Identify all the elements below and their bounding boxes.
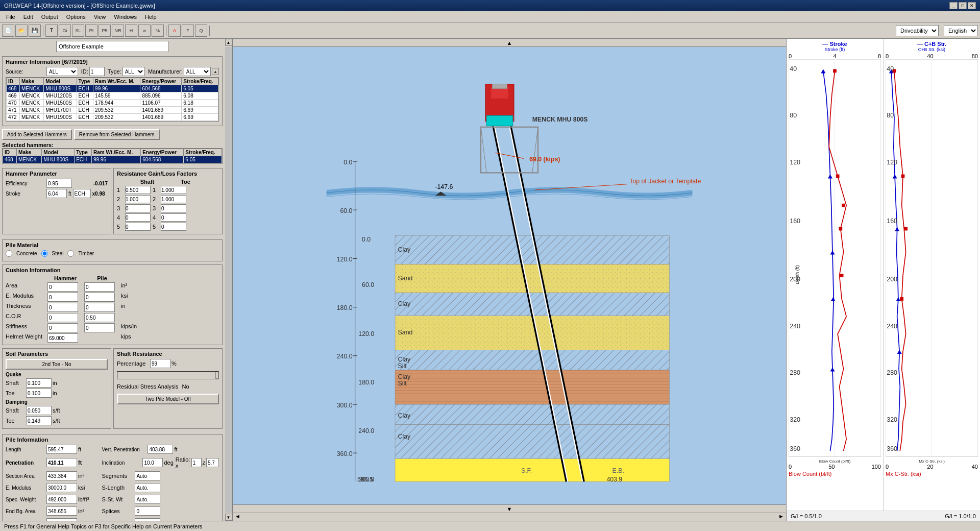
scroll-down-btn[interactable]: ▼ [225,514,232,521]
end-bg-input[interactable] [46,506,77,516]
viz-scroll-up[interactable]: ▲ [233,39,786,47]
shaft-input-2[interactable] [125,195,151,203]
maximize-btn[interactable]: □ [959,2,967,9]
perim-input[interactable] [46,518,77,521]
shaft-input-5[interactable] [125,223,151,231]
menu-windows[interactable]: Windows [110,13,141,21]
remove-from-selected-btn[interactable]: Remove from Selected Hammers [74,129,160,140]
menu-help[interactable]: Help [141,13,161,21]
slength-input[interactable] [135,483,160,492]
quake-shaft-input[interactable] [26,378,52,388]
menu-file[interactable]: File [2,13,19,21]
damp-toe-input[interactable] [26,416,52,425]
scroll-right-btn[interactable]: ► [778,513,784,521]
penetration-input[interactable] [46,458,77,467]
f-btn[interactable]: F [182,25,194,37]
toe-input-4[interactable] [161,213,186,222]
length-input[interactable] [46,445,77,454]
source-select[interactable]: ALL [46,67,78,76]
add-to-selected-btn[interactable]: Add to Selected Hammers [2,129,72,140]
q-btn[interactable]: Q [195,25,207,37]
stiff-pile-input[interactable] [84,323,115,332]
a-btn[interactable]: A [168,25,181,37]
toe-input-1[interactable] [161,186,186,194]
toe-input-3[interactable] [161,204,186,212]
incl-input[interactable] [142,458,163,467]
stroke-input[interactable] [46,189,67,198]
emod-pile-val-input[interactable] [46,483,77,492]
emod-pile-input[interactable] [84,293,115,302]
id-input[interactable] [89,67,105,76]
sst-wt-input[interactable] [135,495,160,504]
thick-pile-input[interactable] [84,303,115,312]
shaft-input-1[interactable] [125,186,151,194]
menu-view[interactable]: View [90,13,110,21]
steel-radio[interactable] [41,250,48,257]
save-btn[interactable]: 💾 [29,25,41,37]
concrete-radio[interactable] [6,250,12,257]
area-pile-input[interactable] [84,282,115,292]
stiff-hammer-input[interactable] [47,323,78,332]
thick-hammer-input[interactable] [47,303,78,312]
viz-scroll-down[interactable]: ▼ [233,504,786,513]
timber-radio[interactable] [67,250,74,257]
menu-output[interactable]: Output [37,13,62,21]
project-title-input[interactable] [56,41,168,52]
toe-input-2[interactable] [161,195,186,203]
table-row[interactable]: 469MENCKMHU1200SECH145.59885.0966.08 [7,92,218,100]
menu-options[interactable]: Options [62,13,90,21]
spec-wt-input[interactable] [46,495,77,504]
shaft-slider[interactable] [117,371,219,379]
gi-btn[interactable]: Gi [59,25,71,37]
cor-hammer-input[interactable] [47,313,78,322]
shaft-input-3[interactable] [125,204,151,212]
two-pile-btn[interactable]: Two Pile Model - Off [117,394,219,404]
second-toe-btn[interactable]: 2nd Toe - No [6,359,108,370]
quake-toe-input[interactable] [26,389,52,398]
segments-input[interactable] [135,471,160,480]
emod-hammer-input[interactable] [47,293,78,302]
h-btn[interactable]: H [125,25,137,37]
scroll-left-btn[interactable]: ◄ [235,513,240,521]
efficiency-input[interactable] [46,179,72,188]
open-btn[interactable]: 📂 [15,25,28,37]
helmet-input[interactable] [47,333,78,343]
vert-pen-input[interactable] [148,445,173,454]
damp-shaft-input[interactable] [26,406,52,415]
close-btn[interactable]: ✕ [968,2,976,9]
left-scrollbar[interactable]: ▲ ▼ [225,39,233,521]
menu-edit[interactable]: Edit [19,13,37,21]
shaft-input-4[interactable] [125,213,151,222]
t-btn[interactable]: T [45,25,58,37]
sl-btn[interactable]: SL [72,25,84,37]
manufacturer-select[interactable]: ALL [184,67,211,76]
ratio-z-input[interactable] [206,458,219,467]
ratio-x-input[interactable] [191,458,202,467]
type-select[interactable]: ALL [122,67,145,76]
splices-input[interactable] [135,506,160,516]
language-dropdown[interactable]: English [944,25,978,36]
percent-btn[interactable]: % [152,25,164,37]
hammer-scroll-up[interactable]: ▲ [212,68,219,75]
nr-btn[interactable]: NR [112,25,124,37]
p5-btn[interactable]: P5 [99,25,111,37]
window-controls[interactable]: _ □ ✕ [949,2,976,9]
pi-btn[interactable]: PI [85,25,97,37]
toe-input-5[interactable] [161,223,186,231]
shaft-pct-input[interactable] [150,359,170,368]
table-row[interactable]: 470MENCKMHU1500SECH178.9441106.076.18 [7,100,218,107]
table-row[interactable]: 471MENCKMHU1700TECH209.5321401.6896.69 [7,107,218,114]
minimize-btn[interactable]: _ [949,2,958,9]
loop-btn[interactable]: ∞ [138,25,151,37]
area-hammer-input[interactable] [47,282,78,292]
sec-area-input[interactable] [46,471,77,480]
cor-pile-input[interactable] [84,313,115,322]
scroll-up-btn[interactable]: ▲ [225,39,232,46]
stroke-type-input[interactable] [73,189,91,198]
table-row[interactable]: 468MENCKMHU 800SECH99.96604.5686.05 [3,156,222,163]
driveability-dropdown[interactable]: Driveability [896,25,939,36]
table-row[interactable]: 472MENCKMHU1900SECH209.5321401.6896.69 [7,114,218,121]
new-btn[interactable]: 📄 [2,25,14,37]
pile-type-input[interactable] [135,518,160,521]
table-row[interactable]: 468MENCKMHU 800SECH99.96604.5686.05 [7,85,218,92]
